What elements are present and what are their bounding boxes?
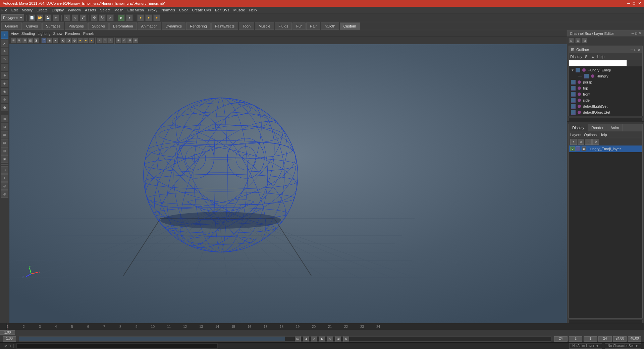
- tab-curves[interactable]: Curves: [22, 22, 42, 30]
- soft-mod-tool[interactable]: ◈: [1, 80, 8, 87]
- tab-hair[interactable]: Hair: [306, 22, 320, 30]
- ol-maximize[interactable]: □: [634, 48, 636, 52]
- current-frame-input[interactable]: 1.00: [0, 330, 15, 335]
- tab-muscle[interactable]: Muscle: [255, 22, 274, 30]
- close-button[interactable]: ✕: [638, 1, 641, 6]
- outliner-item-persp[interactable]: persp: [569, 79, 642, 85]
- time-field-range-start[interactable]: 1: [584, 336, 597, 342]
- menu-edit[interactable]: Edit: [11, 8, 18, 12]
- outliner-item-side[interactable]: side: [569, 97, 642, 103]
- menu-file[interactable]: File: [1, 8, 7, 12]
- rotate-tool-left[interactable]: ↻: [1, 56, 8, 63]
- tab-fluids[interactable]: Fluids: [275, 22, 292, 30]
- open-file-icon[interactable]: 📂: [37, 14, 43, 21]
- menu-window[interactable]: Window: [68, 8, 81, 12]
- mel-input[interactable]: [16, 343, 218, 349]
- render-icon[interactable]: ▶: [118, 14, 125, 21]
- outliner-menu-display[interactable]: Display: [570, 55, 582, 59]
- outliner-scrollbar[interactable]: [569, 118, 643, 121]
- lasso-tool-icon[interactable]: ∿: [72, 14, 78, 21]
- select-camera-icon[interactable]: ⊡: [11, 38, 16, 43]
- layer-tab-display[interactable]: Display: [569, 124, 588, 131]
- tab-animation[interactable]: Animation: [138, 22, 161, 30]
- snap-to-surface[interactable]: ◍: [1, 190, 8, 198]
- cb-maximize[interactable]: □: [635, 32, 637, 35]
- smooth-icon[interactable]: ●: [53, 38, 58, 43]
- light2-icon[interactable]: ●: [145, 14, 152, 21]
- layer-scrollbar[interactable]: [569, 320, 643, 323]
- menu-display[interactable]: Display: [52, 8, 64, 12]
- viewport-menu-panels[interactable]: Panels: [83, 32, 95, 36]
- range-start-input[interactable]: 1.00: [3, 336, 16, 342]
- menu-mesh[interactable]: Mesh: [114, 8, 123, 12]
- grid-icon[interactable]: ⊞: [116, 38, 121, 43]
- show-manipulator[interactable]: ☩: [1, 96, 8, 103]
- paint-select-icon[interactable]: 🖌: [80, 14, 87, 21]
- outliner-item-default-object-set[interactable]: defaultObjectSet: [569, 109, 642, 115]
- res1-icon[interactable]: 1: [97, 38, 102, 43]
- play-back-btn[interactable]: ◁: [311, 336, 317, 342]
- layout-tool-4[interactable]: ▤: [1, 139, 8, 147]
- no-anim-layer-dropdown[interactable]: No Anim Layer ▼: [569, 343, 602, 349]
- menu-select[interactable]: Select: [100, 8, 110, 12]
- outliner-window-controls[interactable]: ─ □ ✕: [631, 48, 640, 52]
- go-to-end-btn[interactable]: ⏭: [335, 336, 341, 342]
- stereo-icon[interactable]: ⊠: [133, 38, 138, 43]
- cb-icon2[interactable]: ⊞: [575, 38, 581, 43]
- 3d-viewport[interactable]: x y z: [9, 44, 567, 323]
- minimize-button[interactable]: ─: [627, 1, 630, 6]
- viewport-menu-lighting[interactable]: Lighting: [38, 32, 51, 36]
- outliner-item-hungry-emoji[interactable]: ▼ Hungry_Emoji: [569, 67, 642, 73]
- frame-select-icon[interactable]: ◧: [28, 38, 33, 43]
- mel-label[interactable]: MEL: [3, 344, 14, 348]
- layer-options-btn[interactable]: ⚙: [592, 139, 599, 145]
- tab-fur[interactable]: Fur: [292, 22, 306, 30]
- light3-icon[interactable]: ●: [153, 14, 160, 21]
- viewport-menu-show[interactable]: Show: [53, 32, 63, 36]
- outliner-item-default-light-set[interactable]: defaultLightSet: [569, 103, 642, 109]
- wireframe-icon[interactable]: ⬡: [41, 38, 47, 43]
- rotate-tool-icon[interactable]: ↻: [99, 14, 106, 21]
- mode-dropdown[interactable]: Polygons ▼: [1, 14, 24, 21]
- custom-tool-1[interactable]: ⬟: [1, 104, 8, 111]
- snap-to-curve[interactable]: ⌖: [1, 174, 8, 182]
- cb-icon3[interactable]: ⊟: [582, 38, 587, 43]
- layout-tool-1[interactable]: ⊞: [1, 115, 8, 122]
- maximize-button[interactable]: □: [633, 1, 635, 6]
- window-controls[interactable]: ─ □ ✕: [627, 1, 641, 6]
- tab-custom[interactable]: Custom: [340, 22, 360, 30]
- move-tool-icon[interactable]: ✛: [91, 14, 98, 21]
- res2-icon[interactable]: 2: [102, 38, 108, 43]
- snap-to-point[interactable]: ◎: [1, 182, 8, 190]
- layer-menu-help[interactable]: Help: [599, 133, 607, 137]
- timeline-ruler[interactable]: 1 2 3 4 5 6 7 8 9 10 11 12 13 14 15 16 1…: [0, 324, 644, 330]
- save-file-icon[interactable]: 💾: [45, 14, 51, 21]
- menu-create-uvs[interactable]: Create UVs: [192, 8, 211, 12]
- sculpt-tool[interactable]: ◉: [1, 88, 8, 95]
- scale-tool-left[interactable]: ⤢: [1, 64, 8, 71]
- tab-subdivs[interactable]: Subdivs: [88, 22, 109, 30]
- layer-row-hungry-emoji[interactable]: V ▣ Hungry_Emoji_layer: [569, 146, 642, 152]
- layer-new-ref-btn[interactable]: ⊕: [578, 139, 584, 145]
- hq2-icon[interactable]: ●: [83, 38, 89, 43]
- menu-muscle[interactable]: Muscle: [233, 8, 245, 12]
- viewport-menu-view[interactable]: View: [11, 32, 19, 36]
- outliner-menu-show[interactable]: Show: [585, 55, 594, 59]
- fit-view-icon[interactable]: ⊞: [16, 38, 22, 43]
- select-tool-left[interactable]: ↖: [1, 32, 8, 39]
- viewport-menu-shading[interactable]: Shading: [21, 32, 35, 36]
- outliner-menu-help[interactable]: Help: [597, 55, 605, 59]
- outliner-item-hungry[interactable]: └─ Hungry: [569, 73, 642, 79]
- shadow-icon[interactable]: ◐: [60, 38, 66, 43]
- res3-icon[interactable]: 3: [108, 38, 113, 43]
- menu-proxy[interactable]: Proxy: [148, 8, 157, 12]
- frame-all-icon[interactable]: ⊟: [22, 38, 28, 43]
- aa-icon[interactable]: ◒: [72, 38, 77, 43]
- layout-tool-2[interactable]: ⊟: [1, 123, 8, 130]
- no-char-set-dropdown[interactable]: No Character Set ▼: [605, 343, 641, 349]
- menu-edit-uvs[interactable]: Edit UVs: [215, 8, 229, 12]
- tab-polygons[interactable]: Polygons: [65, 22, 87, 30]
- loop-btn[interactable]: ↻: [343, 336, 349, 342]
- cb-close[interactable]: ✕: [639, 32, 641, 35]
- hq3-icon[interactable]: ●: [89, 38, 94, 43]
